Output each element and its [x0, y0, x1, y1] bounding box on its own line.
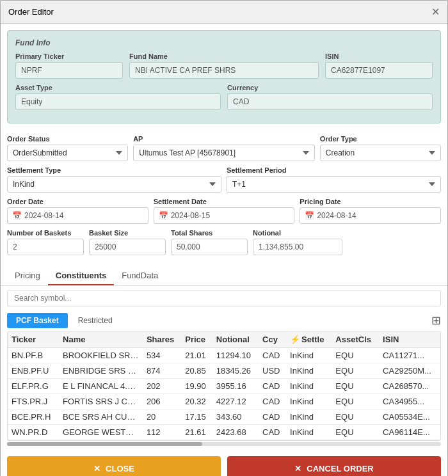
table-row: BCE.PR.HBCE SRS AH CUM RED FIRST PRF2017… — [8, 409, 440, 425]
cell-notional: 4227.12 — [212, 394, 259, 409]
close-icon: ✕ — [93, 464, 100, 473]
tab-funddata[interactable]: FundData — [114, 267, 166, 285]
tab-constituents[interactable]: Constituents — [48, 267, 114, 285]
cell-notional: 2423.68 — [212, 425, 259, 440]
order-type-select[interactable]: Creation — [320, 145, 441, 161]
pricing-date-input[interactable] — [300, 207, 441, 224]
asset-type-label: Asset Type — [15, 84, 221, 91]
num-baskets-input[interactable] — [7, 239, 84, 255]
col-isin: ISIN — [379, 331, 440, 348]
table-body: BN.PF.BBROOKFIELD SRS 34 CL A PRF53421.0… — [8, 348, 440, 440]
table-row: WN.PR.DGEORGE WESTON 5.20 SER IV PRF1122… — [8, 425, 440, 440]
cell-shares: 112 — [143, 425, 181, 440]
col-notional: Notional — [212, 331, 259, 348]
cell-shares: 202 — [143, 379, 181, 394]
basket-row: Number of Baskets Basket Size Total Shar… — [7, 229, 441, 255]
notional-input[interactable] — [253, 239, 342, 255]
cell-ticker: FTS.PR.J — [8, 394, 59, 409]
cell-settle: InKind — [286, 409, 332, 425]
cell-price: 17.15 — [181, 409, 212, 425]
order-section: Order Status OrderSubmitted AP Ultumus T… — [1, 130, 447, 264]
order-editor-modal: Order Editor ✕ Fund Info Primary Ticker … — [0, 0, 448, 476]
calendar-icon-order: 📅 — [12, 211, 22, 220]
cell-ccy: CAD — [259, 425, 286, 440]
currency-group: Currency — [227, 84, 433, 110]
cell-notional: 11294.10 — [212, 348, 259, 363]
cell-isin: CA05534E... — [379, 409, 440, 425]
order-row-3: Order Date 📅 Settlement Date 📅 Pricing D… — [7, 198, 441, 224]
filter-icon[interactable]: ⊞ — [431, 313, 441, 328]
pricing-date-group: Pricing Date 📅 — [300, 198, 441, 224]
table-row: FTS.PR.JFORTIS SRS J CUM RED SRS J PRF20… — [8, 394, 440, 409]
settlement-type-label: Settlement Type — [7, 166, 221, 174]
order-date-input[interactable] — [7, 207, 148, 224]
cell-isin: CA268570... — [379, 379, 440, 394]
restricted-button[interactable]: Restricted — [72, 313, 119, 328]
asset-type-group: Asset Type — [15, 84, 221, 110]
tab-pricing[interactable]: Pricing — [7, 267, 48, 285]
isin-input — [325, 62, 433, 79]
cell-price: 20.85 — [181, 363, 212, 379]
cell-isin: CA96114E... — [379, 425, 440, 440]
cell-shares: 20 — [143, 409, 181, 425]
cell-ticker: WN.PR.D — [8, 425, 59, 440]
basket-size-input[interactable] — [89, 239, 166, 255]
cell-name: FORTIS SRS J CUM RED SRS J PRF — [59, 394, 143, 409]
isin-group: ISIN — [325, 52, 433, 79]
cell-price: 21.61 — [181, 425, 212, 440]
close-button[interactable]: ✕ CLOSE — [7, 456, 221, 476]
currency-input — [227, 93, 433, 110]
modal-close-button[interactable]: ✕ — [431, 6, 440, 18]
cell-shares: 874 — [143, 363, 181, 379]
isin-label: ISIN — [325, 52, 433, 60]
pcf-basket-button[interactable]: PCF Basket — [7, 313, 68, 328]
settlement-type-select[interactable]: InKind — [7, 176, 221, 193]
settlement-date-wrapper: 📅 — [154, 207, 295, 224]
cancel-order-button[interactable]: ✕ CANCEL ORDER — [227, 456, 441, 476]
cell-isin: CA34955... — [379, 394, 440, 409]
col-ticker: Ticker — [8, 331, 59, 348]
primary-ticker-input — [15, 62, 123, 79]
table-row: ELF.PR.GE L FINANCAL 4.75% NON CUM SRS 2… — [8, 379, 440, 394]
scrollbar-thumb[interactable] — [7, 442, 202, 446]
order-row-1: Order Status OrderSubmitted AP Ultumus T… — [7, 135, 441, 161]
primary-ticker-label: Primary Ticker — [15, 52, 123, 60]
cell-name: BROOKFIELD SRS 34 CL A PRF — [59, 348, 143, 363]
col-settle: ⚡ Settle — [286, 331, 332, 348]
calendar-icon-settlement: 📅 — [159, 211, 168, 220]
notional-label: Notional — [253, 229, 342, 237]
order-status-select[interactable]: OrderSubmitted — [7, 145, 128, 161]
settlement-period-select[interactable]: T+1 — [227, 176, 441, 193]
fund-info-row-1: Primary Ticker Fund Name ISIN — [15, 52, 433, 79]
num-baskets-label: Number of Baskets — [7, 229, 84, 237]
calendar-icon-pricing: 📅 — [305, 211, 314, 220]
col-price: Price — [181, 331, 212, 348]
order-type-label: Order Type — [320, 135, 441, 143]
search-input[interactable] — [7, 290, 441, 306]
fund-name-group: Fund Name — [129, 52, 319, 79]
settlement-date-input[interactable] — [154, 207, 295, 224]
pricing-date-label: Pricing Date — [300, 198, 441, 205]
constituents-table-container: Ticker Name Shares Price Notional Ccy ⚡ … — [7, 331, 441, 441]
settlement-period-label: Settlement Period — [227, 166, 441, 174]
scrollbar-row — [1, 441, 447, 447]
settlement-period-group: Settlement Period T+1 — [227, 166, 441, 193]
pcf-row: PCF Basket Restricted ⊞ — [1, 310, 447, 331]
cell-name: ENBRIDGE SRS L CUM RED PRF — [59, 363, 143, 379]
cell-settle: InKind — [286, 394, 332, 409]
cell-notional: 3955.16 — [212, 379, 259, 394]
cell-ccy: CAD — [259, 394, 286, 409]
total-shares-input[interactable] — [171, 239, 248, 255]
close-label: CLOSE — [106, 464, 134, 473]
order-type-group: Order Type Creation — [320, 135, 441, 161]
fund-info-row-2: Asset Type Currency — [15, 84, 433, 110]
order-date-group: Order Date 📅 — [7, 198, 148, 224]
cell-ccy: USD — [259, 363, 286, 379]
cell-name: GEORGE WESTON 5.20 SER IV PRF — [59, 425, 143, 440]
order-row-2: Settlement Type InKind Settlement Period… — [7, 166, 441, 193]
cell-ticker: BCE.PR.H — [8, 409, 59, 425]
settlement-date-group: Settlement Date 📅 — [154, 198, 295, 224]
constituents-table: Ticker Name Shares Price Notional Ccy ⚡ … — [8, 331, 440, 440]
cell-assetcls: EQU — [332, 394, 379, 409]
ap-select[interactable]: Ultumus Test AP [45678901] — [133, 145, 315, 161]
